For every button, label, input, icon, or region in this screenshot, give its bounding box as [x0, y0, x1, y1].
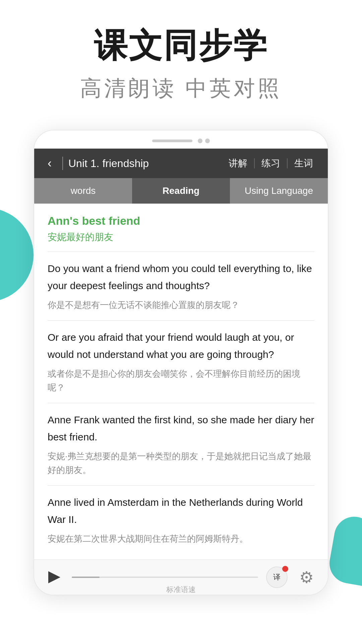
progress-bar[interactable] [72, 577, 258, 578]
settings-button[interactable]: ⚙ [296, 567, 317, 588]
phone-dot-2 [205, 139, 210, 143]
para-2-en: Or are you afraid that your friend would… [48, 329, 314, 363]
article-title-en: Ann's best friend [48, 214, 314, 227]
back-button[interactable]: ‹ [42, 154, 57, 173]
main-title: 课文同步学 [20, 27, 342, 64]
divider-3 [48, 485, 314, 486]
para-1-cn: 你是不是想有一位无话不谈能推心置腹的朋友呢？ [48, 298, 314, 312]
paragraph-3: Anne Frank wanted the first kind, so she… [48, 411, 314, 477]
para-4-en: Anne lived in Amsterdam in the Netherlan… [48, 494, 314, 528]
nav-action-vocab[interactable]: 生词 [288, 154, 320, 172]
tab-words[interactable]: words [34, 178, 132, 204]
translate-button[interactable]: 译 [266, 567, 288, 588]
para-3-cn: 安妮·弗兰克想要的是第一种类型的朋友，于是她就把日记当成了她最好的朋友。 [48, 449, 314, 477]
subtitle: 高清朗读 中英对照 [20, 74, 342, 103]
phone-notch [152, 140, 192, 142]
nav-actions: 讲解 练习 生词 [222, 154, 320, 172]
phone-container: ‹ Unit 1. friendship 讲解 练习 生词 words Read… [0, 130, 362, 595]
para-3-en: Anne Frank wanted the first kind, so she… [48, 411, 314, 445]
divider-2 [48, 403, 314, 403]
content-area: Ann's best friend 安妮最好的朋友 Do you want a … [34, 204, 328, 559]
divider-1 [48, 320, 314, 321]
play-icon [48, 571, 60, 583]
speed-label: 标准语速 [166, 585, 196, 595]
translate-label: 译 [273, 572, 281, 582]
nav-action-explain[interactable]: 讲解 [222, 154, 254, 172]
tab-reading[interactable]: Reading [132, 178, 230, 204]
tab-using-language[interactable]: Using Language [230, 178, 328, 204]
nav-bar: ‹ Unit 1. friendship 讲解 练习 生词 [34, 149, 328, 178]
phone-mockup: ‹ Unit 1. friendship 讲解 练习 生词 words Read… [34, 130, 328, 595]
player-bar: 译 ⚙ 标准语速 [34, 559, 328, 595]
para-1-en: Do you want a friend whom you could tell… [48, 260, 314, 294]
play-button[interactable] [45, 568, 64, 587]
paragraph-2: Or are you afraid that your friend would… [48, 329, 314, 395]
paragraph-4: Anne lived in Amsterdam in the Netherlan… [48, 494, 314, 546]
settings-icon: ⚙ [299, 568, 314, 587]
top-section: 课文同步学 高清朗读 中英对照 [0, 0, 362, 123]
nav-action-practice[interactable]: 练习 [255, 154, 287, 172]
phone-top-bar [34, 130, 328, 149]
red-dot [282, 566, 288, 572]
phone-dots [198, 139, 210, 143]
nav-divider [62, 157, 63, 170]
divider-0 [48, 252, 314, 252]
unit-title: Unit 1. friendship [68, 157, 222, 170]
para-2-cn: 或者你是不是担心你的朋友会嘲笑你，会不理解你目前经历的困境呢？ [48, 367, 314, 395]
article-title-cn: 安妮最好的朋友 [48, 231, 314, 244]
phone-dot-1 [198, 139, 202, 143]
para-4-cn: 安妮在第二次世界大战期间住在荷兰的阿姆斯特丹。 [48, 532, 314, 546]
progress-fill [72, 577, 100, 578]
paragraph-1: Do you want a friend whom you could tell… [48, 260, 314, 312]
player-icons: 译 ⚙ [266, 567, 317, 588]
tab-bar: words Reading Using Language [34, 178, 328, 204]
